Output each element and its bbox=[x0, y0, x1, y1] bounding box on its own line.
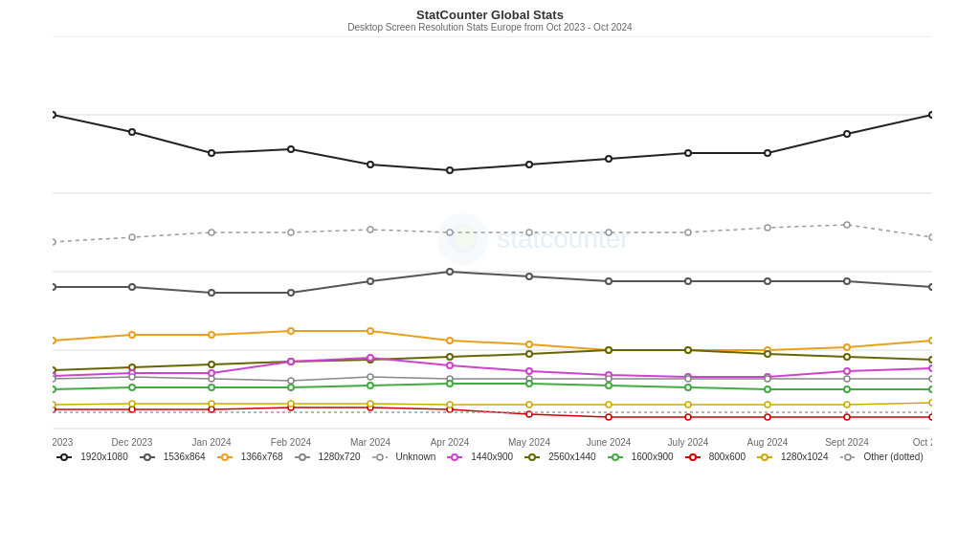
svg-text:Dec 2023: Dec 2023 bbox=[112, 437, 153, 448]
svg-point-97 bbox=[53, 376, 56, 382]
svg-point-52 bbox=[288, 290, 294, 296]
svg-point-62 bbox=[129, 332, 135, 338]
svg-point-140 bbox=[606, 402, 612, 408]
svg-point-154 bbox=[377, 454, 383, 460]
legend-label-1280x720: 1280x720 bbox=[319, 452, 361, 462]
svg-text:Sept 2024: Sept 2024 bbox=[825, 437, 869, 448]
svg-point-49 bbox=[53, 284, 56, 290]
svg-point-72 bbox=[929, 338, 932, 343]
svg-point-148 bbox=[145, 454, 150, 460]
svg-point-45 bbox=[685, 230, 691, 235]
chart-svg: 0% 8% 16% 24% 32% 40% Nov 2023 Dec 2023 … bbox=[53, 36, 932, 448]
svg-point-59 bbox=[844, 278, 850, 284]
svg-point-84 bbox=[929, 357, 932, 363]
svg-point-63 bbox=[209, 332, 214, 338]
svg-point-35 bbox=[844, 131, 850, 137]
legend-item-1920x1080: 1920x1080 bbox=[56, 452, 128, 462]
svg-point-51 bbox=[209, 290, 214, 296]
svg-point-101 bbox=[368, 374, 373, 380]
svg-point-119 bbox=[844, 386, 850, 392]
svg-point-42 bbox=[447, 230, 453, 235]
svg-point-75 bbox=[209, 362, 214, 367]
svg-point-152 bbox=[300, 454, 305, 460]
svg-point-95 bbox=[844, 368, 850, 374]
svg-text:Oct 2024: Oct 2024 bbox=[913, 437, 932, 448]
legend-label-1536x864: 1536x864 bbox=[164, 452, 206, 462]
legend-item-1280x1024: 1280x1024 bbox=[757, 452, 829, 462]
svg-text:Jan 2024: Jan 2024 bbox=[191, 437, 232, 448]
svg-point-25 bbox=[53, 112, 56, 118]
svg-point-81 bbox=[685, 347, 691, 353]
svg-point-65 bbox=[368, 328, 373, 334]
svg-point-134 bbox=[129, 401, 135, 407]
svg-point-144 bbox=[929, 400, 932, 406]
svg-point-138 bbox=[447, 402, 453, 408]
svg-point-55 bbox=[526, 274, 532, 279]
svg-point-47 bbox=[844, 222, 850, 228]
svg-text:Nov 2023: Nov 2023 bbox=[53, 437, 74, 448]
legend-item-800x600: 800x600 bbox=[685, 452, 746, 462]
svg-point-80 bbox=[606, 347, 612, 353]
svg-text:Mar 2024: Mar 2024 bbox=[350, 437, 391, 448]
svg-point-82 bbox=[765, 351, 770, 357]
svg-point-90 bbox=[447, 363, 453, 368]
chart-title: StatCounter Global Stats bbox=[0, 0, 980, 22]
line-2560x1440 bbox=[53, 350, 932, 370]
svg-point-162 bbox=[690, 454, 696, 460]
legend-label-1440x900: 1440x900 bbox=[471, 452, 513, 462]
svg-point-120 bbox=[929, 386, 932, 392]
svg-point-98 bbox=[129, 374, 135, 380]
svg-point-33 bbox=[685, 150, 691, 156]
legend-label-1920x1080: 1920x1080 bbox=[80, 452, 128, 462]
svg-point-99 bbox=[209, 376, 214, 382]
svg-point-136 bbox=[288, 401, 294, 407]
legend-label-2560x1440: 2560x1440 bbox=[548, 452, 596, 462]
svg-text:July 2024: July 2024 bbox=[668, 437, 709, 448]
svg-point-129 bbox=[685, 414, 691, 420]
svg-point-26 bbox=[129, 129, 135, 135]
svg-point-117 bbox=[685, 385, 691, 390]
svg-point-106 bbox=[765, 376, 770, 382]
svg-point-39 bbox=[209, 230, 214, 235]
svg-point-118 bbox=[765, 386, 770, 392]
svg-point-111 bbox=[209, 385, 214, 390]
svg-point-112 bbox=[288, 385, 294, 390]
svg-point-36 bbox=[929, 112, 932, 118]
svg-point-139 bbox=[526, 402, 532, 408]
legend-label-unknown: Unknown bbox=[396, 452, 436, 462]
line-1280x1024 bbox=[53, 403, 932, 405]
svg-point-40 bbox=[288, 230, 294, 235]
legend-label-other: Other (dotted) bbox=[864, 452, 924, 462]
svg-point-105 bbox=[685, 376, 691, 382]
line-1920x1080 bbox=[53, 115, 932, 170]
legend-item-unknown: Unknown bbox=[372, 452, 436, 462]
svg-point-108 bbox=[929, 376, 932, 382]
svg-point-107 bbox=[844, 376, 850, 382]
legend-item-2560x1440: 2560x1440 bbox=[524, 452, 596, 462]
svg-text:Apr 2024: Apr 2024 bbox=[431, 437, 470, 448]
svg-point-31 bbox=[526, 162, 532, 167]
svg-point-143 bbox=[844, 402, 850, 408]
svg-point-48 bbox=[929, 234, 932, 240]
svg-point-158 bbox=[529, 454, 535, 460]
svg-point-57 bbox=[685, 278, 691, 284]
svg-point-37 bbox=[53, 239, 56, 245]
svg-text:May 2024: May 2024 bbox=[508, 437, 550, 448]
svg-point-67 bbox=[526, 342, 532, 347]
svg-point-96 bbox=[929, 365, 932, 371]
svg-point-58 bbox=[765, 278, 770, 284]
line-1366x768 bbox=[53, 331, 932, 350]
svg-point-56 bbox=[606, 278, 612, 284]
svg-point-46 bbox=[765, 225, 770, 231]
svg-point-164 bbox=[762, 454, 768, 460]
svg-point-27 bbox=[209, 150, 214, 156]
svg-point-60 bbox=[929, 284, 932, 290]
svg-point-135 bbox=[209, 401, 214, 407]
svg-point-141 bbox=[685, 402, 691, 408]
svg-point-133 bbox=[53, 402, 56, 408]
legend-label-1280x1024: 1280x1024 bbox=[781, 452, 829, 462]
svg-point-34 bbox=[765, 150, 770, 156]
svg-point-30 bbox=[447, 167, 453, 173]
svg-point-160 bbox=[612, 454, 618, 460]
svg-point-150 bbox=[222, 454, 228, 460]
